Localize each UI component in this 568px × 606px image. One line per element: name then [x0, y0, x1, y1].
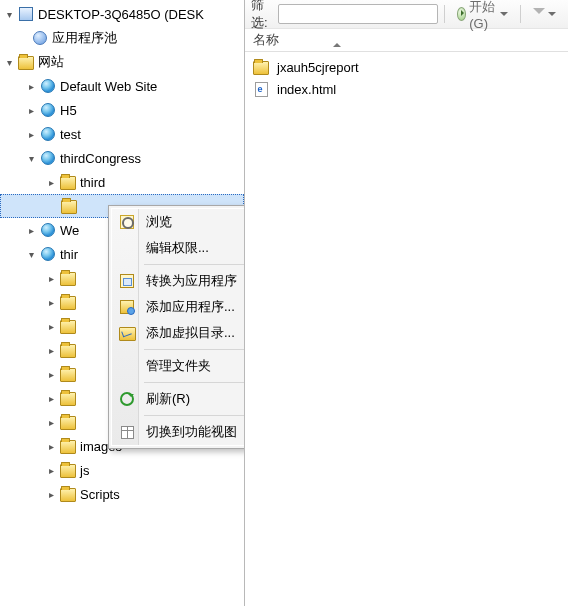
ctx-switch-view[interactable]: 切换到功能视图 [112, 419, 245, 445]
context-menu: 浏览 编辑权限... 转换为应用程序 添加应用程序... 添加虚拟 [108, 205, 245, 449]
expand-icon[interactable]: ▸ [44, 489, 58, 500]
expand-icon[interactable]: ▸ [44, 393, 58, 404]
expand-icon[interactable]: ▸ [24, 225, 38, 236]
tree-sites-node[interactable]: ▾ 网站 [0, 50, 244, 74]
file-name: index.html [277, 82, 336, 97]
chevron-down-icon [500, 12, 508, 20]
ctx-convert-to-app[interactable]: 转换为应用程序 [112, 268, 245, 294]
blank-icon [118, 357, 136, 375]
tree-label: thirdCongress [60, 151, 141, 166]
expand-icon[interactable]: ▸ [44, 417, 58, 428]
ctx-label: 添加应用程序... [146, 298, 235, 316]
blank-icon [118, 239, 136, 257]
tree-site-test[interactable]: ▸ test [0, 122, 244, 146]
ctx-separator [144, 415, 245, 416]
tree-label: DESKTOP-3Q6485O (DESK [38, 7, 204, 22]
folder-icon [60, 294, 76, 310]
collapse-icon[interactable]: ▾ [2, 57, 16, 68]
funnel-icon [533, 8, 545, 20]
expand-icon[interactable]: ▸ [44, 441, 58, 452]
tree-site-h5[interactable]: ▸ H5 [0, 98, 244, 122]
filter-input[interactable] [278, 4, 438, 24]
expand-icon[interactable]: ▸ [24, 81, 38, 92]
folder-icon [61, 198, 77, 214]
tree-label: thir [60, 247, 78, 262]
folder-icon [60, 438, 76, 454]
expand-icon[interactable]: ▸ [44, 177, 58, 188]
expand-icon[interactable]: ▸ [44, 321, 58, 332]
folder-icon [60, 342, 76, 358]
tree-folder-third[interactable]: ▸ third [0, 170, 244, 194]
column-name[interactable]: 名称 [253, 31, 560, 49]
tree-label: test [60, 127, 81, 142]
globe-icon [40, 222, 56, 238]
tree-label: third [80, 175, 105, 190]
expand-icon[interactable]: ▸ [44, 273, 58, 284]
vdir-icon [118, 324, 136, 342]
expand-icon[interactable]: ▸ [44, 297, 58, 308]
tree-label: H5 [60, 103, 77, 118]
list-item[interactable]: jxauh5cjreport [251, 56, 562, 78]
chevron-down-icon [548, 12, 556, 20]
tree-site-default[interactable]: ▸ Default Web Site [0, 74, 244, 98]
folder-icon [60, 462, 76, 478]
ctx-add-app[interactable]: 添加应用程序... [112, 294, 245, 320]
tree-label: We [60, 223, 79, 238]
expand-icon[interactable]: ▸ [44, 369, 58, 380]
ctx-edit-permissions[interactable]: 编辑权限... [112, 235, 245, 261]
browse-icon [118, 213, 136, 231]
apppool-icon [32, 30, 48, 46]
folder-icon [60, 270, 76, 286]
toolbar-separator [520, 5, 521, 23]
tree-label: Default Web Site [60, 79, 157, 94]
ctx-label: 转换为应用程序 [146, 272, 237, 290]
column-label: 名称 [253, 32, 279, 47]
collapse-icon[interactable]: ▾ [24, 153, 38, 164]
list-item[interactable]: index.html [251, 78, 562, 100]
tree-folder-scripts[interactable]: ▸ Scripts [0, 482, 244, 506]
globe-icon [40, 246, 56, 262]
expand-icon[interactable]: ▸ [44, 345, 58, 356]
iis-manager-window: ▾ DESKTOP-3Q6485O (DESK 应用程序池 ▾ 网站 ▸ [0, 0, 568, 606]
go-icon [457, 7, 467, 21]
ctx-manage-folder[interactable]: 管理文件夹 [112, 353, 245, 379]
ctx-label: 添加虚拟目录... [146, 324, 235, 342]
tree-label: js [80, 463, 89, 478]
globe-icon [40, 126, 56, 142]
ctx-label: 浏览 [146, 213, 172, 231]
tree-label: 应用程序池 [52, 29, 117, 47]
ctx-label: 刷新(R) [146, 390, 190, 408]
ctx-browse[interactable]: 浏览 [112, 209, 245, 235]
expand-icon[interactable]: ▸ [24, 105, 38, 116]
folder-icon [60, 174, 76, 190]
file-list[interactable]: jxauh5cjreport index.html [245, 52, 568, 104]
collapse-icon[interactable]: ▾ [2, 9, 16, 20]
tree-apppool-node[interactable]: 应用程序池 [0, 26, 244, 50]
globe-icon [40, 78, 56, 94]
content-pane: 筛选: 开始(G) 名称 jxauh5cjreport [245, 0, 568, 606]
server-icon [18, 6, 34, 22]
file-name: jxauh5cjreport [277, 60, 359, 75]
tree-folder-js[interactable]: ▸ js [0, 458, 244, 482]
expand-icon[interactable]: ▸ [44, 465, 58, 476]
expand-icon[interactable]: ▸ [24, 129, 38, 140]
folder-icon [253, 59, 269, 75]
collapse-icon[interactable]: ▾ [24, 249, 38, 260]
folder-icon [18, 54, 34, 70]
folder-icon [60, 414, 76, 430]
ctx-separator [144, 382, 245, 383]
ctx-add-vdir[interactable]: 添加虚拟目录... [112, 320, 245, 346]
html-file-icon [253, 81, 269, 97]
tree-site-thirdcongress[interactable]: ▾ thirdCongress [0, 146, 244, 170]
refresh-icon [118, 390, 136, 408]
content-header[interactable]: 名称 [245, 29, 568, 52]
ctx-refresh[interactable]: 刷新(R) [112, 386, 245, 412]
tree-label: 网站 [38, 53, 64, 71]
folder-icon [60, 390, 76, 406]
tree-server-node[interactable]: ▾ DESKTOP-3Q6485O (DESK [0, 2, 244, 26]
grid-icon [118, 423, 136, 441]
go-button[interactable]: 开始(G) [451, 0, 515, 33]
filter-dropdown[interactable] [527, 6, 562, 22]
folder-icon [60, 366, 76, 382]
globe-icon [40, 150, 56, 166]
